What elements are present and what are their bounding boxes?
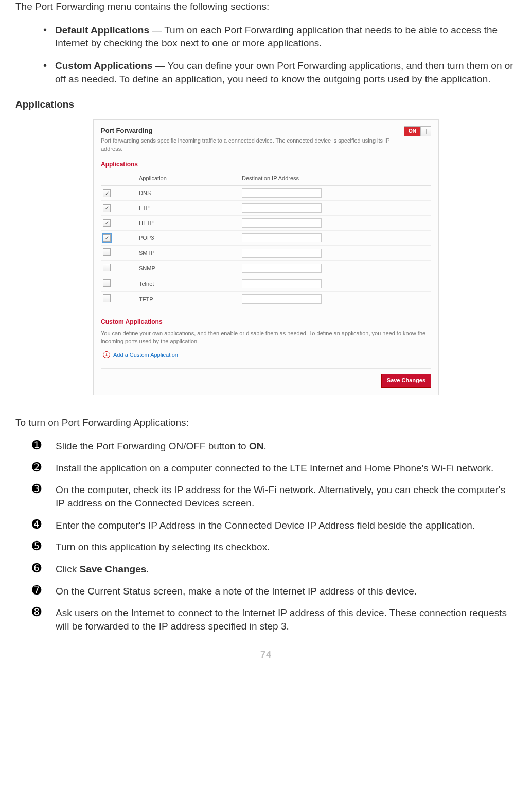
destination-ip-input[interactable]: [242, 218, 322, 228]
numbered-steps: ➊Slide the Port Forwarding ON/OFF button…: [32, 439, 517, 633]
step-number-icon: ➐: [32, 584, 47, 597]
step-item: ➋Install the application on a computer c…: [32, 461, 517, 475]
step-text: On the Current Status screen, make a not…: [56, 584, 517, 598]
add-custom-application-link[interactable]: + Add a Custom Application: [103, 351, 178, 359]
step-text: On the computer, check its IP address fo…: [56, 483, 517, 510]
step-item: ➌On the computer, check its IP address f…: [32, 483, 517, 510]
bullet-item: •Default Applications — Turn on each Por…: [43, 24, 517, 50]
th-application: Application: [137, 171, 240, 185]
destination-ip-input[interactable]: [242, 279, 322, 288]
bullet-icon: •: [43, 59, 47, 85]
add-link-label: Add a Custom Application: [113, 351, 178, 359]
app-name: SMTP: [137, 246, 240, 261]
app-checkbox[interactable]: [103, 294, 111, 302]
step-number-icon: ➍: [32, 518, 47, 531]
app-checkbox[interactable]: [103, 189, 111, 197]
th-destination-ip: Destination IP Address: [240, 171, 431, 185]
table-row: POP3: [101, 231, 431, 246]
step-text: Turn on this application by selecting it…: [56, 540, 517, 554]
table-row: SNMP: [101, 261, 431, 276]
apps-section-title: Applications: [101, 160, 431, 168]
step-number-icon: ➑: [32, 606, 47, 618]
app-checkbox[interactable]: [103, 234, 111, 242]
destination-ip-input[interactable]: [242, 264, 322, 273]
custom-apps-desc: You can define your own applications, an…: [101, 329, 431, 346]
app-checkbox[interactable]: [103, 219, 111, 227]
step-text: Install the application on a computer co…: [56, 461, 517, 475]
app-name: TFTP: [137, 291, 240, 307]
toggle-handle-icon: ||: [420, 127, 431, 136]
app-checkbox[interactable]: [103, 204, 111, 212]
table-row: TFTP: [101, 291, 431, 307]
step-item: ➐On the Current Status screen, make a no…: [32, 584, 517, 598]
applications-header: Applications: [15, 98, 517, 111]
step-item: ➑Ask users on the Internet to connect to…: [32, 606, 517, 633]
destination-ip-input[interactable]: [242, 294, 322, 304]
custom-apps-title: Custom Applications: [101, 318, 431, 326]
app-name: SNMP: [137, 261, 240, 276]
app-name: HTTP: [137, 216, 240, 231]
app-name: Telnet: [137, 276, 240, 291]
step-text: Click Save Changes.: [56, 562, 517, 576]
bullet-text: Custom Applications — You can define you…: [55, 59, 517, 85]
table-row: FTP: [101, 201, 431, 216]
step-text: Slide the Port Forwarding ON/OFF button …: [56, 439, 517, 453]
bullet-icon: •: [43, 24, 47, 50]
plus-icon: +: [103, 351, 110, 358]
destination-ip-input[interactable]: [242, 188, 322, 198]
step-text: Enter the computer's IP Address in the C…: [56, 518, 517, 532]
bullet-text: Default Applications — Turn on each Port…: [55, 24, 517, 50]
panel-desc: Port forwarding sends specific incoming …: [101, 137, 394, 153]
table-row: HTTP: [101, 216, 431, 231]
app-checkbox[interactable]: [103, 279, 111, 287]
step-number-icon: ➏: [32, 562, 47, 574]
on-off-toggle[interactable]: ON ||: [404, 126, 431, 136]
port-forwarding-panel: Port Forwarding Port forwarding sends sp…: [93, 119, 439, 395]
instructions-lead: To turn on Port Forwarding Applications:: [15, 416, 517, 429]
step-item: ➊Slide the Port Forwarding ON/OFF button…: [32, 439, 517, 453]
bullet-item: •Custom Applications — You can define yo…: [43, 59, 517, 85]
save-changes-button[interactable]: Save Changes: [381, 374, 431, 388]
app-name: FTP: [137, 201, 240, 216]
step-number-icon: ➎: [32, 540, 47, 552]
page-number: 74: [15, 649, 517, 661]
intro-text: The Port Forwarding menu contains the fo…: [15, 0, 517, 13]
panel-title: Port Forwarding: [101, 126, 394, 135]
step-item: ➎Turn on this application by selecting i…: [32, 540, 517, 554]
app-name: DNS: [137, 186, 240, 201]
table-row: DNS: [101, 186, 431, 201]
table-row: Telnet: [101, 276, 431, 291]
step-number-icon: ➌: [32, 483, 47, 495]
step-number-icon: ➊: [32, 439, 47, 451]
step-item: ➏Click Save Changes.: [32, 562, 517, 576]
app-checkbox[interactable]: [103, 248, 111, 256]
destination-ip-input[interactable]: [242, 203, 322, 213]
app-checkbox[interactable]: [103, 264, 111, 271]
destination-ip-input[interactable]: [242, 249, 322, 258]
step-number-icon: ➋: [32, 461, 47, 474]
applications-table: Application Destination IP Address DNSFT…: [101, 171, 431, 307]
bullet-list: •Default Applications — Turn on each Por…: [43, 24, 517, 86]
table-row: SMTP: [101, 246, 431, 261]
toggle-on-label: ON: [404, 127, 420, 136]
step-item: ➍Enter the computer's IP Address in the …: [32, 518, 517, 532]
destination-ip-input[interactable]: [242, 233, 322, 242]
step-text: Ask users on the Internet to connect to …: [56, 606, 517, 633]
app-name: POP3: [137, 231, 240, 246]
